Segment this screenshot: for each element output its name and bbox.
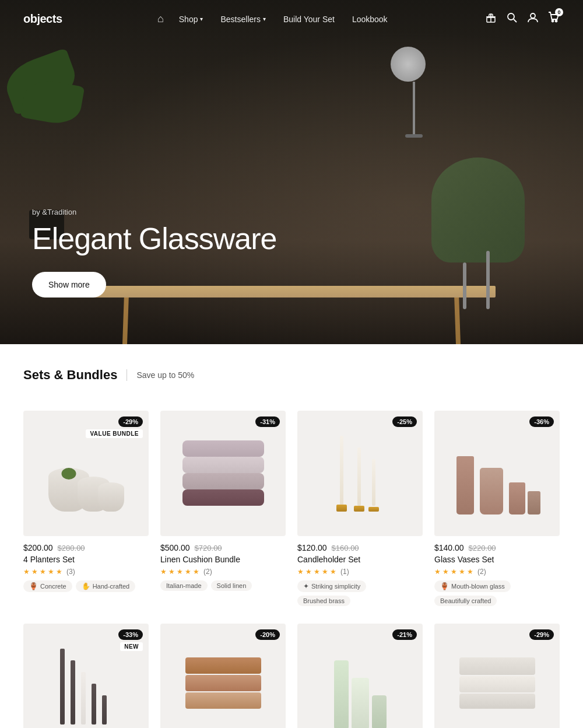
search-icon[interactable] xyxy=(506,12,518,26)
discount-badge: -21% xyxy=(392,629,417,640)
star-3: ★ xyxy=(451,568,457,576)
candle-tall xyxy=(340,436,343,506)
new-label: NEW xyxy=(120,642,143,651)
nav-home-icon[interactable]: ⌂ xyxy=(153,10,168,27)
review-count: (1) xyxy=(340,568,349,576)
product-image-dark-candles[interactable]: -33% NEW xyxy=(23,624,149,728)
vase-tall xyxy=(456,456,474,514)
star-half: ★ xyxy=(193,568,199,576)
price-original: $220.00 xyxy=(469,544,496,552)
account-icon[interactable] xyxy=(527,12,539,26)
product-name: Linen Cushion Bundle xyxy=(160,555,286,564)
product-image-blankets[interactable]: -29% xyxy=(434,624,560,728)
vase-wide xyxy=(480,468,503,514)
price-row: $500.00 $720.00 xyxy=(160,543,286,552)
discount-badge: -29% xyxy=(529,629,554,640)
star-3: ★ xyxy=(177,568,183,576)
star-4: ★ xyxy=(459,568,465,576)
product-card-towels[interactable]: -20% xyxy=(160,624,286,728)
dark-candle-1 xyxy=(60,649,65,724)
discount-badge: -33% xyxy=(118,629,143,640)
tag-crafted: Beautifully crafted xyxy=(434,596,497,606)
product-image-candles[interactable]: -25% xyxy=(297,411,423,536)
product-image-towels[interactable]: -20% xyxy=(160,624,286,728)
product-card-bottles[interactable]: -21% xyxy=(297,624,423,728)
price-original: $280.00 xyxy=(58,544,85,552)
logo[interactable]: objects xyxy=(23,12,62,26)
dark-candles-image xyxy=(54,643,118,729)
price-current: $120.00 xyxy=(297,543,327,552)
star-1: ★ xyxy=(160,568,167,576)
product-card-blankets[interactable]: -29% xyxy=(434,624,560,728)
planters-image xyxy=(40,436,133,512)
nav-item-bestsellers[interactable]: Bestsellers ▾ xyxy=(213,11,272,27)
cart-icon[interactable]: 0 xyxy=(548,12,560,26)
product-image-bottles[interactable]: -21% xyxy=(297,624,423,728)
hero-lamp-decoration xyxy=(391,47,437,140)
product-tags: Italian-made Solid linen xyxy=(160,580,286,591)
star-rating: ★ ★ ★ ★ ★ (2) xyxy=(434,568,560,576)
price-current: $140.00 xyxy=(434,543,464,552)
product-card-vases[interactable]: -36% $140.00 $220.00 Glass Vases Set ★ ★… xyxy=(434,411,560,606)
review-count: (2) xyxy=(477,568,486,576)
hero-brand-label: by &Tradition xyxy=(32,208,276,216)
candles-image xyxy=(325,430,395,517)
product-image-planters[interactable]: -29% VALUE BUNDLE xyxy=(23,411,149,536)
header-icons: 0 xyxy=(485,12,560,26)
nav-item-buildset[interactable]: Build Your Set xyxy=(276,11,342,27)
product-card-planters[interactable]: -29% VALUE BUNDLE $200.00 $280.00 4 Plan… xyxy=(23,411,149,606)
discount-badge: -29% xyxy=(118,416,143,427)
nav-item-lookbook[interactable]: Lookbook xyxy=(345,11,395,27)
product-card-dark-candles[interactable]: -33% NEW xyxy=(23,624,149,728)
product-card-candles[interactable]: -25% $120.00 $160.00 Candleholder Set ★ … xyxy=(297,411,423,606)
tag-simplicity: ✦ Striking simplicity xyxy=(297,580,366,592)
price-current: $500.00 xyxy=(160,543,190,552)
star-rating: ★ ★ ★ ★ ★ (3) xyxy=(23,568,149,576)
vases-image xyxy=(451,433,544,514)
blanket-3 xyxy=(459,694,535,709)
star-2: ★ xyxy=(442,568,449,576)
hero-cta-button[interactable]: Show more xyxy=(32,272,106,298)
product-card-cushions[interactable]: -31% $500.00 $720.00 Linen Cushion Bundl… xyxy=(160,411,286,606)
towel-2 xyxy=(185,675,261,691)
plant-decoration xyxy=(58,468,79,485)
price-current: $200.00 xyxy=(23,543,53,552)
discount-badge: -36% xyxy=(529,416,554,427)
vase-small xyxy=(509,482,525,514)
blankets-image xyxy=(459,657,535,716)
nav-item-shop[interactable]: Shop ▾ xyxy=(172,11,210,27)
bottles-image xyxy=(331,643,389,729)
planter-small xyxy=(98,482,124,512)
towels-image xyxy=(185,657,261,716)
gift-icon[interactable] xyxy=(485,12,497,26)
star-1: ★ xyxy=(23,568,30,576)
section-divider xyxy=(127,369,127,381)
towel-3 xyxy=(185,692,261,709)
hero-section: by &Tradition Elegant Glassware Show mor… xyxy=(0,0,583,344)
product-image-vases[interactable]: -36% xyxy=(434,411,560,536)
star-half: ★ xyxy=(467,568,473,576)
towel-1 xyxy=(185,657,261,674)
section-header: Sets & Bundles Save up to 50% xyxy=(23,368,560,383)
bottle-2 xyxy=(352,678,369,729)
glass-icon: 🏺 xyxy=(440,582,449,590)
price-row: $200.00 $280.00 xyxy=(23,543,149,552)
star-2: ★ xyxy=(305,568,312,576)
discount-badge: -31% xyxy=(255,416,280,427)
tag-concrete: 🏺 Concrete xyxy=(23,580,72,592)
vase-tiny xyxy=(528,491,540,514)
holder-2 xyxy=(354,506,364,512)
star-5: ★ xyxy=(330,568,336,576)
sets-bundles-section: Sets & Bundles Save up to 50% xyxy=(0,344,583,411)
star-2: ★ xyxy=(168,568,175,576)
product-image-cushions[interactable]: -31% xyxy=(160,411,286,536)
product-name: Glass Vases Set xyxy=(434,555,560,564)
product-name: Candleholder Set xyxy=(297,555,423,564)
tag-linen: Solid linen xyxy=(211,580,252,591)
cushion-1 xyxy=(182,440,264,457)
product-name: 4 Planters Set xyxy=(23,555,149,564)
holder-3 xyxy=(368,507,379,512)
product-tags: 🏺 Mouth-blown glass Beautifully crafted xyxy=(434,580,560,606)
product-tags: ✦ Striking simplicity Brushed brass xyxy=(297,580,423,606)
cushion-2 xyxy=(182,457,264,473)
